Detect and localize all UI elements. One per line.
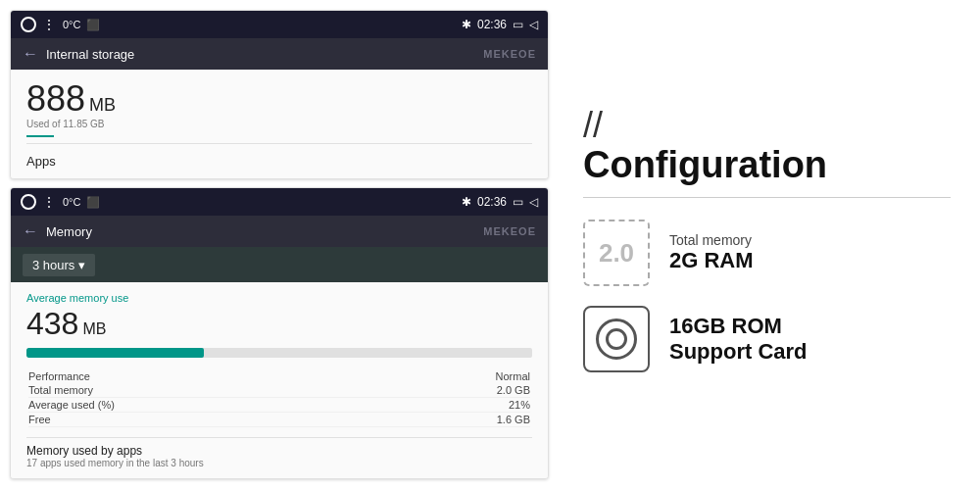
screen-icon-2: ⬛ (86, 196, 100, 209)
internal-storage-nav: ← Internal storage MEKEOE (11, 38, 548, 70)
config-title: Configuration (583, 145, 951, 186)
ram-config-item: 2.0 Total memory 2G RAM (583, 220, 951, 286)
memory-stats-table: Performance Normal Total memory 2.0 GB A… (26, 368, 532, 429)
memory-size-display: 438 MB (26, 306, 532, 342)
table-row: Free 1.6 GB (28, 413, 530, 427)
ram-spec-value: 2G RAM (669, 248, 754, 273)
temperature-display-2: 0°C (63, 196, 80, 208)
ram-icon-box: 2.0 (583, 220, 650, 286)
menu-dots-icon-2: ⋮ (42, 194, 57, 210)
table-row: Performance Normal (28, 369, 530, 383)
memory-apps-title: Memory used by apps (26, 444, 532, 458)
time-display-2: 02:36 (477, 195, 507, 209)
time-display: 02:36 (477, 18, 507, 31)
camera-outer-ring (596, 318, 637, 360)
memory-apps-section: Memory used by apps 17 apps used memory … (26, 437, 532, 468)
back-triangle-icon-2: ◁ (529, 195, 538, 209)
table-row: Average used (%) 21% (28, 398, 530, 413)
storage-used-label: Used of 11.85 GB (26, 119, 532, 129)
rom-config-text: 16GB ROM Support Card (669, 314, 808, 366)
left-panel: ⋮ 0°C ⬛ ✱ 02:36 ▭ ◁ ← Internal storage M… (0, 0, 559, 490)
rom-config-item: 16GB ROM Support Card (583, 306, 951, 372)
ram-config-text: Total memory 2G RAM (669, 232, 754, 273)
internal-storage-screen: ⋮ 0°C ⬛ ✱ 02:36 ▭ ◁ ← Internal storage M… (10, 10, 549, 179)
camera-inner-ring (606, 328, 627, 350)
menu-dots-icon: ⋮ (42, 17, 57, 32)
status-bar-top: ⋮ 0°C ⬛ ✱ 02:36 ▭ ◁ (11, 11, 548, 38)
stat-label: Average used (%) (28, 399, 115, 411)
stat-label: Performance (28, 370, 90, 382)
rect-icon-2: ▭ (513, 195, 523, 209)
dropdown-icon: ▾ (78, 258, 85, 272)
time-filter-bar: 3 hours ▾ (11, 247, 548, 282)
time-filter-label: 3 hours (32, 258, 74, 272)
nav-title: Internal storage (46, 47, 134, 62)
stat-value: 2.0 GB (497, 384, 530, 396)
temperature-display: 0°C (63, 19, 80, 30)
stat-label: Free (28, 414, 51, 425)
status-bar-right-2: ✱ 02:36 ▭ ◁ (462, 195, 538, 209)
status-bar-left-2: ⋮ 0°C ⬛ (21, 194, 100, 210)
screen-icon: ⬛ (86, 19, 100, 31)
rom-spec-label: 16GB ROM (669, 314, 808, 339)
circle-icon (21, 17, 36, 32)
back-arrow-icon-2[interactable]: ← (23, 222, 38, 240)
section-divider (26, 143, 532, 144)
status-bar-bottom: ⋮ 0°C ⬛ ✱ 02:36 ▭ ◁ (11, 188, 548, 216)
table-row: Total memory 2.0 GB (28, 383, 530, 398)
status-bar-right: ✱ 02:36 ▭ ◁ (462, 18, 538, 31)
storage-unit: MB (89, 95, 116, 116)
camera-icon-box (583, 306, 650, 372)
time-filter-button[interactable]: 3 hours ▾ (23, 254, 95, 276)
back-arrow-icon[interactable]: ← (23, 45, 38, 63)
storage-content: 888 MB Used of 11.85 GB Apps (11, 70, 548, 178)
avg-memory-label: Average memory use (26, 292, 532, 304)
apps-label: Apps (26, 150, 532, 171)
memory-bar-fill (26, 348, 204, 358)
storage-size-display: 888 MB (26, 81, 532, 117)
memory-apps-subtitle: 17 apps used memory in the last 3 hours (26, 458, 532, 468)
memory-screen: ⋮ 0°C ⬛ ✱ 02:36 ▭ ◁ ← Memory MEKEOE 3 ho… (10, 187, 549, 479)
config-slash: // (583, 108, 951, 143)
memory-nav: ← Memory MEKEOE (11, 216, 548, 247)
back-triangle-icon: ◁ (529, 18, 538, 31)
ram-spec-label: Total memory (669, 232, 754, 248)
circle-icon-2 (21, 194, 36, 210)
config-divider (583, 197, 951, 198)
rect-icon: ▭ (513, 18, 523, 31)
watermark: MEKEOE (483, 48, 536, 60)
stat-label: Total memory (28, 384, 93, 396)
rom-spec-value: Support Card (669, 339, 808, 365)
memory-nav-title: Memory (46, 224, 92, 239)
memory-content: Average memory use 438 MB Performance No… (11, 282, 548, 478)
stat-value: 1.6 GB (497, 414, 530, 425)
bluetooth-icon-2: ✱ (462, 195, 471, 209)
teal-divider (26, 135, 54, 137)
storage-number: 888 (26, 81, 85, 117)
ram-icon-text: 2.0 (599, 238, 634, 269)
status-bar-left: ⋮ 0°C ⬛ (21, 17, 100, 32)
stat-value: Normal (496, 370, 530, 382)
memory-unit: MB (82, 320, 106, 338)
memory-number: 438 (26, 306, 78, 342)
memory-bar (26, 348, 532, 358)
stat-value: 21% (509, 399, 530, 411)
watermark-2: MEKEOE (483, 225, 536, 237)
right-panel: // Configuration 2.0 Total memory 2G RAM… (559, 0, 980, 490)
bluetooth-icon: ✱ (462, 18, 471, 31)
